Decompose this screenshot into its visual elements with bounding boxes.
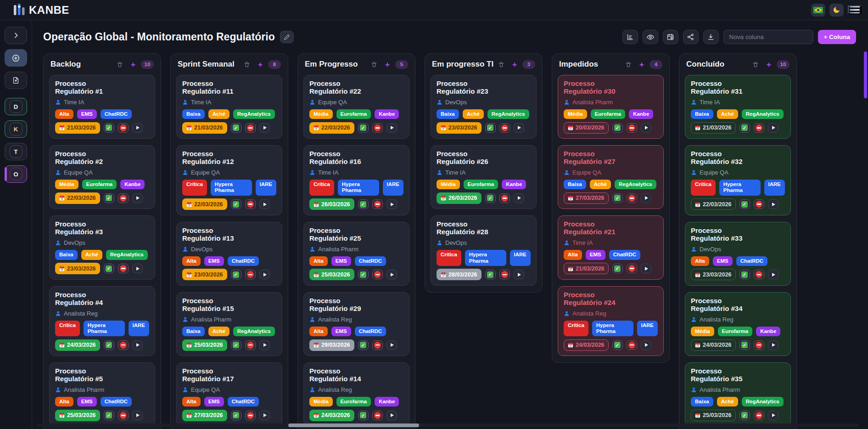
approve-button[interactable]: ✓ [104, 193, 114, 203]
block-button[interactable] [499, 270, 510, 279]
menu-button[interactable] [848, 6, 862, 15]
kanban-card[interactable]: Processo Regulatório #27 Equipe QA Baixa… [558, 145, 664, 209]
advance-button[interactable] [386, 199, 397, 209]
kanban-card[interactable]: Processo Regulatório #23 DevOps BaixaAch… [431, 75, 537, 139]
approve-button[interactable]: ✓ [612, 123, 623, 133]
advance-button[interactable] [641, 264, 651, 273]
advance-button[interactable] [514, 270, 524, 279]
sidebar-expand-button[interactable] [5, 27, 27, 44]
approve-button[interactable]: ✓ [485, 123, 496, 133]
add-column-button[interactable]: + Coluna [818, 30, 856, 44]
kanban-card[interactable]: Processo Regulatório #13 DevOps AltaEMSC… [176, 222, 282, 286]
block-button[interactable] [118, 411, 129, 420]
kanban-card[interactable]: Processo Regulatório #4 Analista Reg Crí… [49, 286, 155, 356]
add-card-button[interactable]: + [767, 61, 777, 68]
block-button[interactable] [627, 193, 637, 203]
approve-button[interactable]: ✓ [485, 270, 496, 279]
edit-title-button[interactable] [280, 31, 294, 43]
share-button[interactable] [683, 30, 699, 44]
kanban-card[interactable]: Processo Regulatório #22 Equipe QA Média… [303, 75, 409, 139]
kanban-card[interactable]: Processo Regulatório #21 Time IA AltaEMS… [558, 215, 664, 279]
approve-button[interactable]: ✓ [358, 411, 369, 420]
horizontal-scrollbar[interactable] [37, 423, 859, 427]
delete-column-button[interactable] [752, 61, 759, 68]
horizontal-scrollbar-thumb[interactable] [288, 423, 419, 427]
block-button[interactable] [245, 411, 256, 420]
kanban-card[interactable]: Processo Regulatório #31 Time IA BaixaAc… [685, 75, 791, 139]
kanban-card[interactable]: Processo Regulatório #28 DevOps CríticaH… [431, 215, 537, 285]
block-button[interactable] [627, 340, 637, 350]
kanban-card[interactable]: Processo Regulatório #5 Analista Pharm A… [49, 362, 155, 426]
kanban-card[interactable]: Processo Regulatório #24 Analista Reg Cr… [558, 286, 664, 356]
delete-column-button[interactable] [244, 61, 250, 68]
block-button[interactable] [245, 123, 256, 133]
delete-column-button[interactable] [117, 61, 123, 68]
approve-button[interactable]: ✓ [358, 340, 369, 350]
advance-button[interactable] [132, 411, 143, 420]
advance-button[interactable] [386, 123, 397, 133]
kanban-card[interactable]: Processo Regulatório #33 DevOps AltaEMSC… [685, 222, 791, 286]
delete-column-button[interactable] [371, 61, 377, 68]
approve-button[interactable]: ✓ [612, 264, 623, 273]
kanban-card[interactable]: Processo Regulatório #34 Analista Reg Mé… [685, 292, 791, 356]
block-button[interactable] [627, 123, 637, 133]
approve-button[interactable]: ✓ [104, 340, 114, 350]
add-card-button[interactable]: + [639, 61, 650, 68]
block-button[interactable] [372, 123, 383, 133]
block-button[interactable] [372, 270, 383, 279]
approve-button[interactable]: ✓ [231, 270, 241, 279]
advance-button[interactable] [132, 123, 143, 133]
approve-button[interactable]: ✓ [231, 340, 241, 350]
advance-button[interactable] [514, 123, 524, 133]
kanban-card[interactable]: Processo Regulatório #2 Equipe QA MédiaE… [49, 145, 155, 209]
advance-button[interactable] [641, 193, 651, 203]
block-button[interactable] [754, 340, 764, 350]
approve-button[interactable]: ✓ [104, 411, 114, 420]
sidebar-board-d[interactable]: D [5, 98, 27, 115]
advance-button[interactable] [386, 411, 397, 420]
kanban-card[interactable]: Processo Regulatório #26 Time IA MédiaEu… [431, 145, 537, 209]
advance-button[interactable] [641, 340, 651, 350]
block-button[interactable] [754, 199, 764, 209]
language-flag-button[interactable] [811, 4, 825, 17]
add-card-button[interactable]: + [131, 61, 141, 68]
approve-button[interactable]: ✓ [739, 199, 750, 209]
add-card-button[interactable]: + [258, 61, 268, 68]
vertical-scrollbar-thumb[interactable] [864, 51, 867, 98]
advance-button[interactable] [768, 123, 778, 133]
kanban-card[interactable]: Processo Regulatório #30 Analista Pharm … [558, 75, 664, 139]
kanban-card[interactable]: Processo Regulatório #12 Equipe QA Críti… [176, 145, 282, 215]
theme-toggle-button[interactable] [829, 4, 844, 17]
approve-button[interactable]: ✓ [358, 270, 369, 279]
advance-button[interactable] [386, 340, 397, 350]
advance-button[interactable] [768, 270, 778, 279]
approve-button[interactable]: ✓ [739, 340, 750, 350]
kanban-card[interactable]: Processo Regulatório #3 DevOps BaixaAché… [49, 215, 155, 279]
kanban-card[interactable]: Processo Regulatório #32 Equipe QA Críti… [685, 145, 791, 215]
advance-button[interactable] [768, 340, 778, 350]
approve-button[interactable]: ✓ [231, 411, 241, 420]
delete-column-button[interactable] [498, 61, 504, 68]
kanban-card[interactable]: Processo Regulatório #14 Analista Reg Mé… [303, 362, 409, 426]
kanban-card[interactable]: Processo Regulatório #11 Time IA BaixaAc… [176, 75, 282, 139]
block-button[interactable] [245, 270, 256, 279]
advance-button[interactable] [259, 123, 270, 133]
approve-button[interactable]: ✓ [358, 123, 369, 133]
advance-button[interactable] [768, 411, 778, 420]
advance-button[interactable] [259, 199, 270, 209]
kanban-card[interactable]: Processo Regulatório #35 Analista Pharm … [685, 362, 791, 426]
advance-button[interactable] [259, 270, 270, 279]
export-button[interactable] [703, 30, 719, 44]
sidebar-add-board-button[interactable] [5, 49, 27, 67]
calendar-settings-button[interactable] [663, 30, 678, 44]
approve-button[interactable]: ✓ [358, 199, 369, 209]
approve-button[interactable]: ✓ [612, 193, 623, 203]
approve-button[interactable]: ✓ [104, 264, 114, 273]
block-button[interactable] [499, 193, 510, 203]
kanban-card[interactable]: Processo Regulatório #1 Time IA AltaEMSC… [49, 75, 155, 139]
advance-button[interactable] [768, 199, 778, 209]
approve-button[interactable]: ✓ [739, 123, 750, 133]
advance-button[interactable] [386, 270, 397, 279]
block-button[interactable] [754, 270, 764, 279]
advance-button[interactable] [641, 123, 651, 133]
